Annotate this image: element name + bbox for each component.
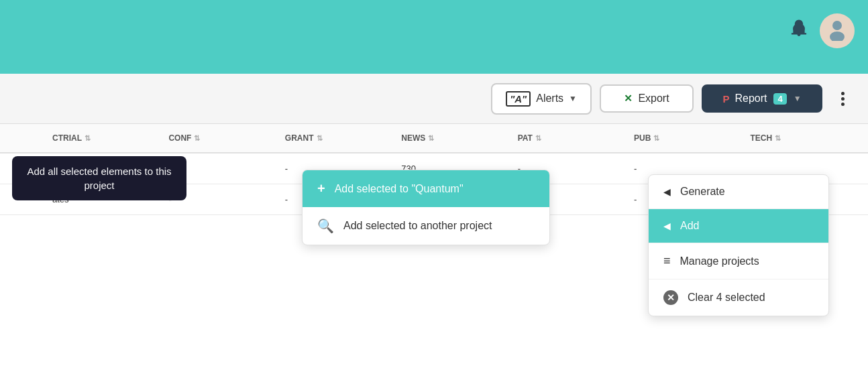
generate-item[interactable]: Generate	[649, 175, 828, 209]
report-label: Report	[735, 92, 767, 105]
report-button[interactable]: P Report 4 ▼	[702, 84, 822, 113]
alerts-button[interactable]: "A" Alerts ▼	[491, 83, 592, 115]
grant-sort-icon: ⇅	[317, 134, 323, 143]
notification-bell-button[interactable]	[789, 18, 809, 44]
report-dropdown-arrow: ▼	[794, 94, 802, 103]
table-area: CTRIAL ⇅ CONF ⇅ GRANT ⇅ NEWS ⇅ PAT ⇅ PUB…	[0, 124, 868, 374]
report-badge: 4	[773, 93, 786, 105]
export-button[interactable]: ✕ Export	[600, 84, 694, 113]
export-label: Export	[638, 92, 669, 105]
add-item[interactable]: Add	[649, 209, 828, 243]
clear-selected-item[interactable]: ✕ Clear 4 selected	[649, 279, 828, 316]
generate-label: Generate	[680, 186, 725, 198]
add-to-quantum-item[interactable]: + Add selected to "Quantum"	[303, 170, 549, 207]
add-to-quantum-label: Add selected to "Quantum"	[335, 183, 464, 195]
more-options-button[interactable]	[830, 86, 855, 111]
manage-projects-icon	[663, 254, 671, 268]
header-icons	[789, 13, 855, 48]
manage-projects-label: Manage projects	[680, 255, 759, 267]
alerts-label: Alerts	[536, 92, 563, 105]
col-grant: GRANT ⇅	[280, 133, 396, 143]
table-header: CTRIAL ⇅ CONF ⇅ GRANT ⇅ NEWS ⇅ PAT ⇅ PUB…	[0, 124, 868, 153]
search-icon: 🔍	[317, 218, 334, 234]
col-pub: PUB ⇅	[629, 133, 745, 143]
col-pat: PAT ⇅	[512, 133, 629, 143]
add-icon	[663, 220, 671, 232]
add-plus-icon: +	[317, 181, 325, 196]
header-bar	[0, 0, 868, 74]
tooltip-text: Add all selected elements to this projec…	[27, 166, 171, 191]
report-icon: P	[722, 93, 729, 105]
svg-point-1	[830, 32, 845, 41]
add-to-another-project-item[interactable]: 🔍 Add selected to another project	[303, 207, 549, 245]
col-news: NEWS ⇅	[396, 133, 512, 143]
conf-sort-icon: ⇅	[194, 134, 200, 143]
svg-point-0	[832, 21, 842, 30]
pub-sort-icon: ⇅	[653, 134, 659, 143]
clear-icon: ✕	[663, 290, 678, 305]
clear-selected-label: Clear 4 selected	[688, 292, 765, 304]
avatar-icon	[825, 17, 849, 46]
col-conf: CONF ⇅	[163, 133, 279, 143]
add-label: Add	[680, 220, 699, 232]
col-ctrial: CTRIAL ⇅	[47, 133, 163, 143]
pat-sort-icon: ⇅	[535, 134, 541, 143]
export-icon: ✕	[624, 92, 633, 105]
add-submenu: + Add selected to "Quantum" 🔍 Add select…	[302, 170, 550, 245]
alerts-dropdown-arrow: ▼	[569, 94, 577, 103]
col-tech: TECH ⇅	[745, 133, 861, 143]
report-dropdown: Generate Add Manage projects ✕ Clear 4 s…	[648, 174, 829, 316]
dot1	[841, 92, 845, 95]
news-sort-icon: ⇅	[428, 134, 434, 143]
generate-icon	[663, 186, 671, 198]
manage-projects-item[interactable]: Manage projects	[649, 243, 828, 279]
tooltip: Add all selected elements to this projec…	[12, 156, 186, 200]
tech-sort-icon: ⇅	[775, 134, 781, 143]
alerts-icon: "A"	[506, 91, 531, 107]
toolbar-row: "A" Alerts ▼ ✕ Export P Report 4 ▼	[0, 74, 868, 124]
ctrial-sort-icon: ⇅	[85, 134, 91, 143]
add-to-another-label: Add selected to another project	[343, 220, 492, 232]
user-avatar-button[interactable]	[820, 13, 855, 48]
dot3	[841, 103, 845, 106]
dot2	[841, 97, 845, 101]
row1-pub: -	[629, 164, 745, 174]
